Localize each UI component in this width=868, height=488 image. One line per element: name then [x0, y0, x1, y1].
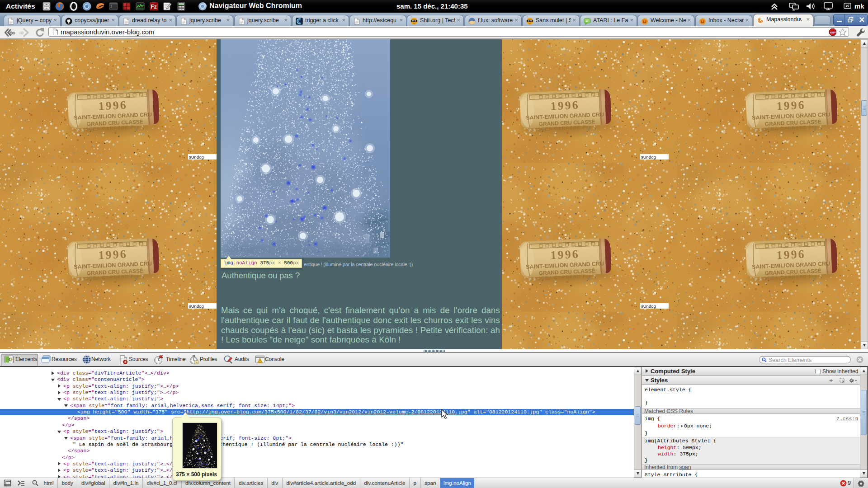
svg-text:%: % — [196, 361, 198, 364]
svg-text:Fz: Fz — [151, 4, 156, 10]
svg-text:ABP: ABP — [830, 31, 836, 34]
